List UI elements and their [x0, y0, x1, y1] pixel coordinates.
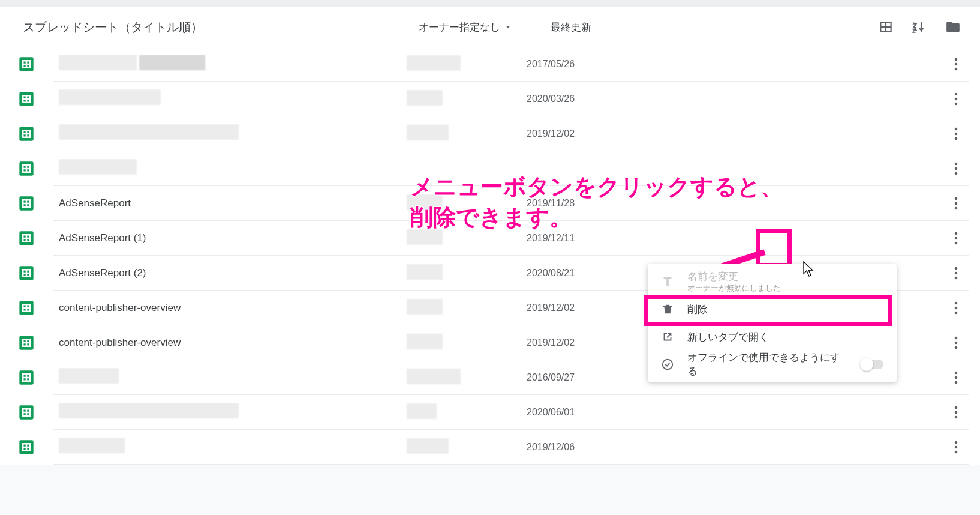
table-row[interactable]: AdSenseReport2019/11/28	[53, 186, 969, 221]
svg-point-36	[955, 341, 958, 344]
list-header: スプレッドシート（タイトル順） オーナー指定なし 最終更新 AZ	[0, 7, 980, 47]
svg-point-11	[955, 127, 958, 130]
table-row[interactable]: 2020/06/01	[53, 395, 969, 430]
file-name	[53, 159, 407, 178]
file-owner	[407, 194, 527, 212]
svg-point-37	[955, 346, 958, 349]
more-options-button[interactable]	[948, 56, 964, 73]
file-name	[53, 89, 407, 108]
table-row[interactable]: 2019/12/06	[53, 430, 969, 465]
more-options-button[interactable]	[948, 91, 964, 107]
svg-point-39	[955, 371, 958, 374]
file-date: 2019/12/06	[527, 442, 665, 453]
svg-point-8	[955, 97, 958, 100]
file-date: 2017/05/26	[527, 59, 665, 70]
svg-point-25	[955, 241, 958, 244]
file-owner	[407, 334, 527, 352]
table-row[interactable]: 2017/05/26	[53, 47, 969, 82]
more-options-button[interactable]	[948, 369, 964, 386]
svg-point-28	[955, 271, 958, 274]
table-row[interactable]: AdSenseReport (1)2019/12/11	[53, 221, 969, 256]
svg-point-27	[955, 267, 958, 270]
table-row[interactable]: 2019/12/02	[53, 116, 969, 151]
file-date: 2020/08/21	[527, 268, 665, 279]
more-options-button[interactable]	[948, 230, 964, 247]
file-name	[53, 403, 407, 421]
svg-text:Z: Z	[912, 28, 916, 34]
file-date: 2020/03/26	[527, 94, 665, 104]
sheets-icon	[18, 334, 35, 351]
svg-point-41	[955, 381, 958, 384]
svg-point-47	[955, 441, 958, 444]
offline-check-icon	[661, 358, 674, 371]
file-owner	[407, 229, 527, 247]
ctx-open-new-tab[interactable]: 新しいタブで開く	[648, 323, 897, 351]
file-name: content-publisher-overview	[53, 337, 407, 349]
file-owner	[407, 125, 527, 143]
sheets-icon	[18, 439, 35, 456]
svg-point-29	[955, 276, 958, 279]
svg-point-3	[955, 58, 958, 61]
file-date: 2019/12/02	[527, 128, 665, 139]
svg-point-16	[955, 167, 958, 170]
svg-point-31	[955, 301, 958, 304]
svg-point-48	[955, 445, 958, 448]
svg-point-33	[955, 311, 958, 314]
file-owner	[407, 403, 527, 421]
more-options-button[interactable]	[948, 300, 964, 316]
svg-point-51	[663, 360, 673, 370]
more-options-button[interactable]	[948, 125, 964, 142]
file-owner	[407, 438, 527, 456]
file-name: content-publisher-overview	[53, 302, 407, 314]
sort-az-icon[interactable]: AZ	[912, 19, 927, 35]
offline-toggle[interactable]	[861, 360, 883, 369]
svg-point-20	[955, 202, 958, 205]
file-name	[53, 368, 407, 387]
sheets-icon	[18, 404, 35, 421]
more-options-button[interactable]	[948, 439, 964, 456]
context-menu: 名前を変更 オーナーが無効にしました 削除 新しいタブで開く オフラインで使用で…	[648, 264, 897, 382]
last-edit-header: 最終更新	[551, 20, 713, 34]
svg-point-23	[955, 232, 958, 235]
svg-point-5	[955, 67, 958, 70]
sheets-icon	[18, 369, 35, 386]
ctx-rename: 名前を変更 オーナーが無効にしました	[648, 268, 897, 295]
file-name	[53, 124, 407, 143]
more-options-button[interactable]	[948, 195, 964, 212]
grid-view-icon[interactable]	[878, 19, 894, 35]
table-row[interactable]	[53, 151, 969, 186]
ctx-delete[interactable]: 削除	[648, 295, 897, 323]
file-date: 2019/12/02	[527, 303, 665, 313]
more-options-button[interactable]	[948, 160, 964, 177]
more-options-button[interactable]	[948, 334, 964, 351]
file-name	[53, 438, 407, 456]
file-date: 2019/12/11	[527, 233, 665, 244]
sheets-icon	[18, 265, 35, 282]
svg-point-9	[955, 102, 958, 105]
file-date: 2019/12/02	[527, 337, 665, 348]
svg-point-44	[955, 411, 958, 414]
owner-filter[interactable]: オーナー指定なし	[419, 20, 551, 34]
caret-down-icon	[504, 23, 512, 31]
more-options-button[interactable]	[948, 404, 964, 421]
svg-point-7	[955, 92, 958, 95]
file-owner	[407, 55, 527, 73]
owner-filter-label: オーナー指定なし	[419, 20, 500, 34]
file-list: 2017/05/262020/03/262019/12/02AdSenseRep…	[0, 47, 980, 465]
svg-point-49	[955, 450, 958, 453]
more-options-button[interactable]	[948, 265, 964, 282]
svg-point-15	[955, 162, 958, 165]
svg-point-40	[955, 376, 958, 379]
file-date: 2016/09/27	[527, 372, 665, 383]
file-name: AdSenseReport	[53, 197, 407, 209]
folder-icon[interactable]	[945, 19, 961, 35]
svg-point-45	[955, 415, 958, 418]
sheets-icon	[18, 230, 35, 247]
ctx-offline[interactable]: オフラインで使用できるようにする	[648, 351, 897, 378]
page-title: スプレッドシート（タイトル順）	[23, 19, 419, 35]
svg-point-21	[955, 206, 958, 209]
file-name	[53, 55, 407, 73]
file-owner	[407, 299, 527, 317]
table-row[interactable]: 2020/03/26	[53, 82, 969, 116]
sheets-icon	[18, 56, 35, 73]
